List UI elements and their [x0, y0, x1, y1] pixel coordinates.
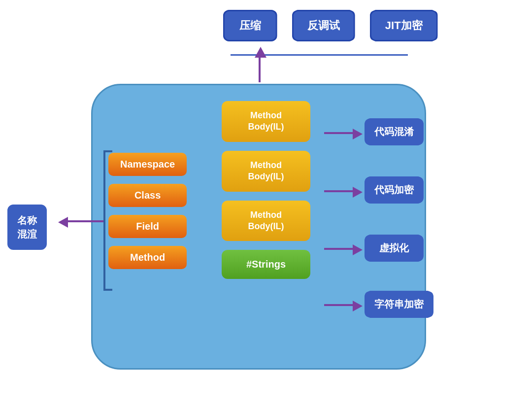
class-label: Class	[134, 190, 161, 201]
method-box: Method	[108, 246, 187, 269]
virtualize-box: 虚拟化	[365, 235, 424, 262]
method-label: Method	[130, 252, 165, 263]
strings-label: #Strings	[246, 259, 286, 270]
field-box: Field	[108, 215, 187, 238]
anti-debug-box: 反调试	[292, 10, 355, 41]
jit-encrypt-box: JIT加密	[370, 10, 438, 41]
right-arrow-1	[324, 132, 354, 134]
up-arrow-line	[259, 55, 261, 82]
right-items: MethodBody(IL) MethodBody(IL) MethodBody…	[222, 101, 310, 279]
namespace-box: Namespace	[108, 153, 187, 176]
virtualize-label: 虚拟化	[379, 242, 409, 253]
right-arrow-2	[324, 190, 354, 192]
right-arrow-3	[324, 248, 354, 250]
up-arrow-head	[255, 47, 266, 58]
jit-encrypt-label: JIT加密	[385, 19, 423, 32]
method-body-1: MethodBody(IL)	[222, 101, 310, 142]
name-mix-box: 名称混渲	[7, 205, 47, 250]
anti-debug-label: 反调试	[307, 19, 340, 32]
left-arrow-head	[58, 217, 68, 228]
string-encrypt-box: 字符串加密	[365, 291, 433, 318]
compress-box: 压缩	[223, 10, 277, 41]
compress-label: 压缩	[239, 19, 261, 32]
method-body-3: MethodBody(IL)	[222, 201, 310, 241]
class-box: Class	[108, 184, 187, 207]
field-label: Field	[136, 221, 159, 232]
string-encrypt-label: 字符串加密	[374, 299, 424, 309]
name-mix-label: 名称混渲	[17, 215, 37, 240]
code-encrypt-box: 代码加密	[365, 176, 424, 204]
right-arrow-4	[324, 304, 354, 306]
right-arrow-head-2	[353, 187, 363, 198]
strings-box: #Strings	[222, 250, 310, 279]
left-arrow-line	[64, 220, 103, 222]
namespace-label: Namespace	[120, 159, 175, 170]
left-items: Namespace Class Field Method	[108, 153, 187, 269]
method-body-2: MethodBody(IL)	[222, 151, 310, 192]
right-arrow-head-3	[353, 244, 363, 255]
diagram-container: 压缩 反调试 JIT加密 Namespace Class Field Metho…	[0, 0, 532, 412]
code-encrypt-label: 代码加密	[374, 184, 414, 195]
right-arrow-head-4	[353, 301, 363, 311]
right-arrow-head-1	[353, 129, 363, 139]
code-obfuscate-box: 代码混淆	[365, 118, 424, 145]
code-obfuscate-label: 代码混淆	[374, 126, 414, 137]
top-boxes-row: 压缩 反调试 JIT加密	[223, 10, 438, 41]
